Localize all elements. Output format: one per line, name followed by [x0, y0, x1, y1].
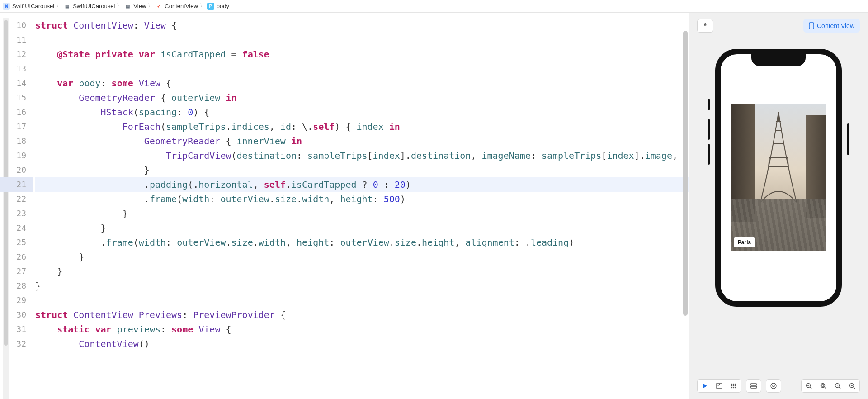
line-number[interactable]: 15	[0, 90, 33, 105]
svg-line-27	[854, 387, 855, 389]
line-number[interactable]: 31	[0, 322, 33, 337]
line-number[interactable]: 25	[0, 235, 33, 250]
zoom-in-button[interactable]	[845, 379, 859, 393]
svg-point-16	[773, 385, 774, 387]
code-line[interactable]: var body: some View {	[35, 76, 689, 90]
code-line[interactable]: TripCardView(destination: sampleTrips[in…	[35, 148, 689, 163]
code-line[interactable]: struct ContentView_Previews: PreviewProv…	[35, 308, 689, 322]
breadcrumb-item[interactable]: Pbody	[207, 3, 229, 10]
scrollbar-thumb[interactable]	[683, 31, 688, 316]
zoom-out-button[interactable]	[802, 379, 816, 393]
code-line[interactable]: ForEach(sampleTrips.indices, id: \.self)…	[35, 119, 689, 134]
grid-icon	[731, 383, 737, 389]
code-line[interactable]: struct ContentView: View {	[35, 18, 689, 33]
breadcrumb-item[interactable]: ⌘SwiftUICarousel	[3, 3, 54, 10]
breadcrumb-separator: 〉	[148, 2, 153, 10]
phone-preview[interactable]: Paris	[715, 49, 842, 307]
pin-button[interactable]	[697, 19, 713, 33]
breadcrumb-separator: 〉	[200, 2, 205, 10]
code-line[interactable]: }	[35, 279, 689, 293]
editor-pane: 1011121314151617181920212223242526272829…	[0, 13, 689, 399]
code-line[interactable]: GeometryReader { innerView in	[35, 134, 689, 148]
line-number[interactable]: 21	[0, 177, 33, 192]
line-number[interactable]: 29	[0, 293, 33, 308]
zoom-out-icon	[806, 383, 812, 389]
line-number[interactable]: 30	[0, 308, 33, 322]
svg-line-21	[825, 387, 826, 389]
svg-point-6	[735, 384, 736, 385]
svg-point-15	[771, 383, 776, 389]
line-number[interactable]: 11	[0, 33, 33, 47]
preview-controls-group	[697, 379, 741, 393]
zoom-actual-button[interactable]: 1	[830, 379, 845, 393]
line-number[interactable]: 28	[0, 279, 33, 293]
code-line[interactable]: HStack(spacing: 0) {	[35, 105, 689, 119]
line-number[interactable]: 10	[0, 18, 33, 33]
card-label: Paris	[734, 238, 755, 247]
line-number[interactable]: 14	[0, 76, 33, 90]
phone-volume-up	[708, 119, 710, 140]
code-line[interactable]: .padding(.horizontal, self.isCardTapped …	[35, 177, 689, 192]
breadcrumb-item[interactable]: ➶ContentView	[155, 3, 198, 10]
preview-options-button[interactable]	[766, 379, 781, 393]
svg-point-7	[731, 385, 732, 387]
line-number[interactable]: 22	[0, 192, 33, 206]
trip-card[interactable]: Paris	[731, 104, 826, 251]
code-line[interactable]	[35, 33, 689, 47]
line-number[interactable]: 12	[0, 47, 33, 62]
line-number[interactable]: 23	[0, 206, 33, 221]
code-line[interactable]: }	[35, 221, 689, 235]
svg-point-10	[731, 387, 732, 389]
main-split: 1011121314151617181920212223242526272829…	[0, 13, 868, 399]
code-line[interactable]: static var previews: some View {	[35, 322, 689, 337]
live-preview-button[interactable]	[698, 379, 712, 393]
device-settings-button[interactable]	[746, 379, 761, 393]
line-number[interactable]: 20	[0, 163, 33, 177]
line-number[interactable]: 27	[0, 264, 33, 279]
breadcrumb-item[interactable]: ▤SwiftUICarousel	[63, 3, 115, 10]
code-line[interactable]: GeometryReader { outerView in	[35, 90, 689, 105]
selectable-icon	[716, 383, 722, 389]
code-line[interactable]: }	[35, 250, 689, 264]
preview-chip-label: Content View	[817, 22, 854, 29]
breadcrumb-separator: 〉	[56, 2, 61, 10]
code-line[interactable]: }	[35, 163, 689, 177]
line-number[interactable]: 32	[0, 337, 33, 351]
code-line[interactable]: .frame(width: outerView.size.width, heig…	[35, 235, 689, 250]
svg-rect-3	[717, 383, 722, 389]
svg-rect-14	[750, 386, 757, 388]
code-line[interactable]	[35, 293, 689, 308]
breadcrumb-item[interactable]: ▤View	[124, 3, 146, 10]
pin-icon	[702, 23, 708, 29]
code-line[interactable]: .frame(width: outerView.size.width, heig…	[35, 192, 689, 206]
svg-rect-2	[809, 23, 814, 29]
swift-icon: ➶	[155, 3, 162, 10]
code-line[interactable]: ContentView()	[35, 337, 689, 351]
options-icon	[770, 383, 777, 389]
breadcrumb-label: View	[133, 3, 146, 10]
code-editor[interactable]: struct ContentView: View { @State privat…	[33, 13, 689, 399]
code-line[interactable]	[35, 62, 689, 76]
svg-point-12	[735, 387, 736, 389]
phone-power-button	[847, 124, 849, 155]
variants-button[interactable]	[726, 379, 741, 393]
preview-chip[interactable]: Content View	[803, 19, 860, 33]
selectable-button[interactable]	[712, 379, 726, 393]
line-number[interactable]: 13	[0, 62, 33, 76]
line-number[interactable]: 18	[0, 134, 33, 148]
line-number[interactable]: 19	[0, 148, 33, 163]
line-number[interactable]: 17	[0, 119, 33, 134]
device-settings-group	[746, 379, 761, 393]
code-line[interactable]: }	[35, 206, 689, 221]
line-number[interactable]: 24	[0, 221, 33, 235]
zoom-in-icon	[849, 383, 855, 389]
zoom-fit-button[interactable]	[816, 379, 830, 393]
code-line[interactable]: @State private var isCardTapped = false	[35, 47, 689, 62]
line-number[interactable]: 16	[0, 105, 33, 119]
code-line[interactable]: }	[35, 264, 689, 279]
editor-scrollbar[interactable]	[683, 31, 688, 320]
eiffel-tower-icon	[754, 112, 803, 203]
breadcrumb-label: SwiftUICarousel	[73, 3, 115, 10]
phone-frame: Paris	[715, 49, 842, 307]
line-number[interactable]: 26	[0, 250, 33, 264]
